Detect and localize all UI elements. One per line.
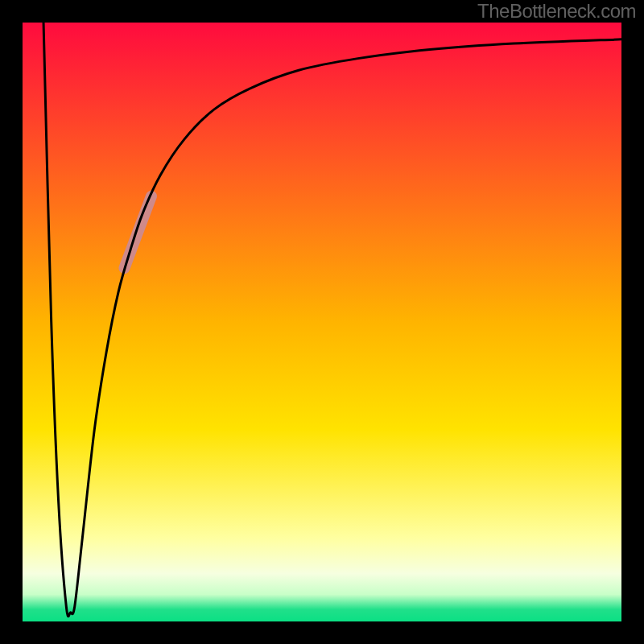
bottleneck-chart (0, 0, 644, 644)
watermark-text: TheBottleneck.com (477, 0, 636, 23)
chart-container: TheBottleneck.com (0, 0, 644, 644)
